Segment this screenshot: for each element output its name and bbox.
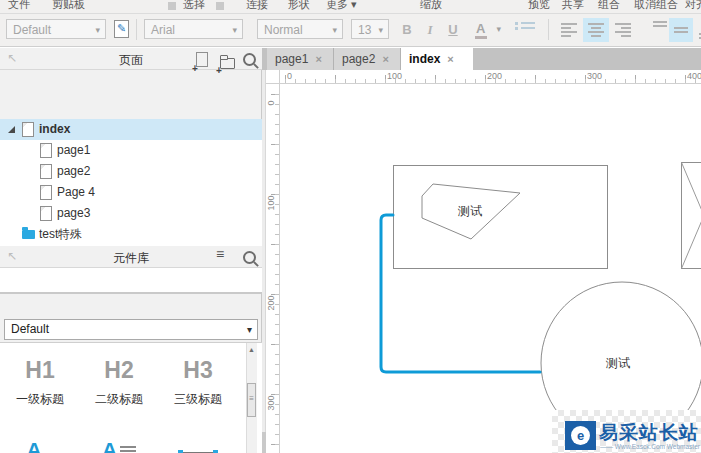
style-select[interactable]: Default ▾ — [6, 19, 106, 39]
bullet-list-button[interactable] — [515, 22, 537, 36]
tree-row-label: Page 4 — [57, 182, 95, 203]
image-placeholder-shape[interactable] — [682, 163, 701, 269]
menubar-item-更多[interactable]: 更多 ▾ — [326, 0, 357, 12]
widgets-panel-header: ↖ 元件库 ≡ — [0, 246, 262, 268]
toolbar-icon-placeholder[interactable] — [168, 2, 176, 10]
align-left-button[interactable] — [556, 18, 582, 42]
widget-glyph-hline — [158, 427, 238, 453]
widget-glyph-h: H3 — [158, 349, 238, 385]
menubar-item-共享[interactable]: 共享 — [562, 0, 584, 12]
tab-page2[interactable]: page2× — [334, 48, 401, 70]
tree-row-page1[interactable]: page1 — [0, 140, 262, 161]
widget-文本段落[interactable]: A文本段落 — [79, 427, 159, 453]
italic-button[interactable]: I — [419, 19, 441, 40]
heading-glyph: H3 — [183, 355, 212, 385]
menubar-item-预览[interactable]: 预览 — [528, 0, 550, 12]
widget-glyph-label: A_ — [0, 427, 80, 453]
add-folder-button[interactable]: + — [220, 55, 235, 73]
page-icon — [40, 164, 52, 179]
menubar-item-选择[interactable]: 选择 — [183, 0, 205, 12]
page-icon — [40, 206, 52, 221]
widget-二级标题[interactable]: H2二级标题 — [79, 349, 159, 408]
add-page-button[interactable]: + — [196, 52, 208, 71]
tab-close-icon[interactable]: × — [315, 53, 321, 65]
vertical-ruler: 0100200300 — [266, 84, 280, 453]
widget-label: 三级标题 — [158, 391, 238, 408]
expand-toggle-icon[interactable] — [8, 126, 15, 133]
tab-label: page2 — [342, 52, 375, 66]
edit-style-icon[interactable]: ✎ — [114, 20, 129, 38]
search-widgets-icon[interactable] — [243, 251, 256, 264]
left-panel: ↖ 页面 + + indexpage1page2Page 4page3test特… — [0, 48, 262, 453]
heading-glyph: H2 — [104, 355, 133, 385]
v-ruler-label: 0 — [266, 94, 276, 112]
widget-三级标题[interactable]: H3三级标题 — [158, 349, 238, 408]
canvas-shapes: 测试 测试 — [280, 84, 701, 453]
tree-row-label: page2 — [57, 161, 90, 182]
font-size-select[interactable]: 13 ▾ — [351, 19, 389, 39]
widget-一级标题[interactable]: H1一级标题 — [0, 349, 80, 408]
h-ruler-label: 300 — [587, 71, 602, 81]
pages-panel-header: ↖ 页面 + + — [0, 48, 262, 70]
tree-row-label: index — [39, 119, 70, 140]
design-canvas[interactable]: 测试 测试 e 易采站长站 —— Www.Easck.Com Webmaster — [280, 84, 701, 453]
library-select-value: Default — [11, 322, 49, 336]
menubar-item-缩放[interactable]: 缩放 — [420, 0, 442, 12]
menubar-item-对齐[interactable]: 对齐 — [685, 0, 701, 12]
font-weight-select[interactable]: Normal ▾ — [257, 19, 343, 39]
ruler-corner — [266, 70, 280, 84]
text-label-icon: A — [27, 437, 42, 453]
menubar-item-取消组合[interactable]: 取消组合 — [634, 0, 678, 12]
chevron-down-icon: ▾ — [496, 19, 501, 39]
tab-close-icon[interactable]: × — [382, 53, 388, 65]
search-pages-icon[interactable] — [243, 53, 256, 66]
tree-row-page3[interactable]: page3 — [0, 203, 262, 224]
library-menu-icon[interactable]: ≡ — [216, 247, 224, 261]
folder-icon — [22, 230, 35, 239]
polygon-label: 测试 — [457, 204, 482, 218]
font-family-select[interactable]: Arial ▾ — [144, 19, 243, 39]
valign-bottom-button[interactable] — [694, 18, 701, 42]
circle-label: 测试 — [605, 356, 630, 370]
tree-row-test特殊[interactable]: test特殊 — [0, 224, 262, 245]
tab-index[interactable]: index× — [401, 48, 473, 70]
chevron-down-icon: ▾ — [378, 20, 383, 40]
horizontal-ruler: 0100200300400 — [280, 70, 701, 84]
text-paragraph-icon: A — [102, 437, 117, 453]
font-color-button[interactable]: A ▾ — [471, 19, 505, 40]
panel-splitter[interactable] — [0, 292, 262, 294]
font-color-label: A — [476, 21, 485, 36]
tab-close-icon[interactable]: × — [447, 53, 453, 65]
align-center-button[interactable] — [583, 18, 609, 42]
page-icon — [22, 122, 34, 137]
widget-水平线[interactable]: 水平线 — [158, 427, 238, 453]
scrollbar-thumb[interactable]: ≡ — [247, 383, 256, 417]
underscore-glyph: _ — [42, 439, 54, 453]
valign-middle-button[interactable] — [669, 18, 693, 42]
h-ruler-label: 400 — [687, 71, 701, 81]
tree-row-index[interactable]: index — [0, 119, 262, 140]
toolbar-icon-placeholder[interactable] — [216, 2, 224, 10]
chevron-down-icon: ▾ — [232, 20, 237, 40]
tab-page1[interactable]: page1× — [267, 48, 334, 70]
widget-label: 二级标题 — [79, 391, 159, 408]
menubar-item-形状[interactable]: 形状 — [288, 0, 310, 12]
tree-row-page2[interactable]: page2 — [0, 161, 262, 182]
bold-button[interactable]: B — [396, 19, 418, 40]
library-select[interactable]: Default ▾ — [4, 319, 258, 340]
tree-row-Page 4[interactable]: Page 4 — [0, 182, 262, 203]
add-folder-icon — [220, 58, 235, 69]
widget-文本标签[interactable]: A_文本标签 — [0, 427, 80, 453]
menubar-item-文件[interactable]: 文件 — [8, 0, 30, 12]
menubar-item-连接[interactable]: 连接 — [246, 0, 268, 12]
font-weight-value: Normal — [264, 23, 303, 37]
scroll-up-icon[interactable]: ▲ — [248, 346, 255, 353]
menubar-item-组合[interactable]: 组合 — [598, 0, 620, 12]
align-right-button[interactable] — [610, 18, 636, 42]
widget-scrollbar[interactable]: ▲ ≡ — [246, 343, 257, 453]
widget-glyph-h: H2 — [79, 349, 159, 385]
formatting-toolbar: Default ▾ ✎ Arial ▾ Normal ▾ 13 ▾ B I U … — [0, 14, 701, 47]
menubar-item-剪贴板[interactable]: 剪贴板 — [52, 0, 85, 12]
toolbar-divider — [136, 19, 137, 40]
underline-button[interactable]: U — [442, 19, 464, 40]
